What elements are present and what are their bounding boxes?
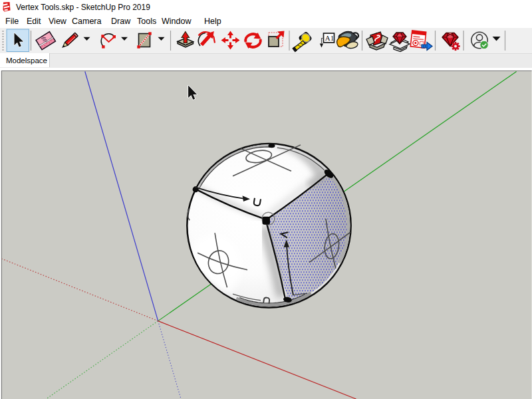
svg-text:A1: A1 [325,34,334,42]
